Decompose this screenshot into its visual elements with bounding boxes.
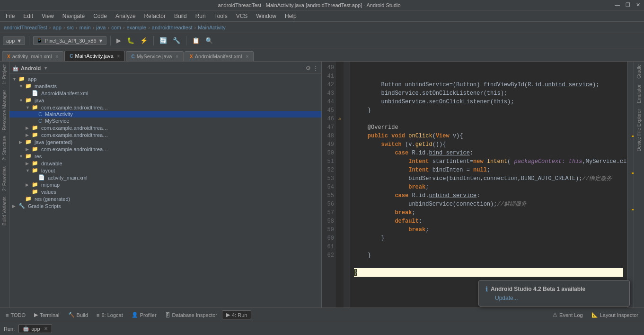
tree-dropdown-icon[interactable]: ▼: [44, 66, 48, 71]
bottom-tab-logcat[interactable]: ≡6: Logcat: [93, 311, 127, 319]
tree-item-7[interactable]: ▶📁com.example.androidthrea…: [9, 124, 321, 131]
tree-item-13[interactable]: ▼📁layout: [9, 167, 321, 174]
breadcrumb-item-0[interactable]: androidThreadTest: [4, 25, 47, 30]
menu-item-window[interactable]: Window: [252, 12, 280, 20]
menu-item-code[interactable]: Code: [89, 12, 111, 20]
menu-item-file[interactable]: File: [2, 12, 18, 20]
sidebar-item-structure[interactable]: 2: Structure: [1, 133, 8, 163]
tree-item-14[interactable]: 📄activity_main.xml: [9, 174, 321, 181]
run-btn[interactable]: ▶: [115, 36, 123, 45]
tree-item-10[interactable]: ▶📁com.example.androidthrea…: [9, 145, 321, 153]
breadcrumb-item-5[interactable]: com: [111, 25, 121, 30]
tree-item-5[interactable]: CMainActivity: [9, 111, 321, 118]
scrollbar-mark-3: [632, 209, 634, 210]
tab-close-3[interactable]: ×: [246, 54, 248, 59]
bottom-tab-event-log[interactable]: ⚠Event Log: [549, 311, 587, 319]
bottom-tab-run[interactable]: ▶4: Run: [222, 310, 251, 319]
gradle-btn[interactable]: 🔧: [171, 36, 182, 45]
editor-tab-1[interactable]: CMainActivity.java×: [64, 51, 125, 61]
project-tree-header: 🤖 Android ▼ ⚙ ⋮: [9, 63, 321, 73]
tree-icon-17: 📁: [25, 196, 32, 202]
menu-item-vcs[interactable]: VCS: [232, 12, 252, 20]
menu-item-refactor[interactable]: Refactor: [141, 12, 169, 20]
minimize-btn[interactable]: —: [615, 2, 620, 8]
sidebar-item-gradle[interactable]: Gradle: [635, 62, 643, 81]
menu-item-navigate[interactable]: Navigate: [59, 12, 88, 20]
sidebar-item-device-file[interactable]: Device File Explorer: [635, 106, 643, 154]
sidebar-item-favorites[interactable]: 2: Favorites: [1, 163, 8, 194]
tree-item-3[interactable]: ▼📁java: [9, 97, 321, 104]
tree-item-6[interactable]: CMyService: [9, 118, 321, 124]
tree-item-8[interactable]: ▶📁com.example.androidthrea…: [9, 131, 321, 138]
breadcrumb-sep-1: ›: [63, 25, 65, 30]
menu-item-build[interactable]: Build: [170, 12, 191, 20]
tab-close-1[interactable]: ×: [117, 54, 120, 59]
bottom-tab-terminal[interactable]: ▶Terminal: [30, 311, 63, 319]
breadcrumb-item-1[interactable]: app: [53, 25, 61, 30]
breadcrumb-item-7[interactable]: androidthreadtest: [152, 25, 193, 30]
code-content[interactable]: Button unbindService=(Button) findViewBy…: [350, 62, 627, 308]
breadcrumb-item-4[interactable]: java: [96, 25, 106, 30]
menu-item-edit[interactable]: Edit: [19, 12, 37, 20]
tree-item-0[interactable]: ▼📁app: [9, 75, 321, 82]
editor-tab-0[interactable]: Xactivity_main.xml×: [2, 51, 63, 61]
notification-update-link[interactable]: Update...: [495, 295, 623, 301]
app-selector[interactable]: app ▼: [3, 36, 25, 45]
app-run-icon: 🤖: [23, 326, 29, 332]
tree-item-2[interactable]: 📄AndroidManifest.xml: [9, 90, 321, 97]
tree-item-4[interactable]: ▼📁com.example.androidthrea…: [9, 104, 321, 111]
tree-settings-icon[interactable]: ⚙: [306, 65, 311, 72]
breadcrumb-item-3[interactable]: main: [79, 25, 91, 30]
bottom-tab-todo[interactable]: ≡TODO: [2, 311, 29, 319]
structure-btn[interactable]: 📋: [190, 36, 202, 45]
breadcrumb-item-6[interactable]: example: [127, 25, 147, 30]
editor-tab-2[interactable]: CMyService.java×: [126, 51, 184, 61]
app-selector-label: app: [6, 38, 15, 44]
apply-changes-btn[interactable]: ⚡: [138, 36, 150, 45]
tree-item-16[interactable]: 📁values: [9, 188, 321, 195]
app-run-close[interactable]: ✕: [44, 326, 48, 331]
bottom-tab-build[interactable]: 🔨Build: [64, 311, 92, 319]
tab-close-2[interactable]: ×: [176, 54, 178, 59]
menu-item-view[interactable]: View: [38, 12, 58, 20]
line-num-45: 45: [324, 106, 334, 115]
sidebar-item-resource[interactable]: Resource Manager: [1, 87, 8, 133]
sync-btn[interactable]: 🔄: [158, 36, 169, 45]
close-btn[interactable]: ✕: [636, 2, 640, 8]
bottom-tab-profiler[interactable]: 👤Profiler: [128, 311, 160, 319]
debug-btn[interactable]: 🐛: [125, 36, 136, 45]
sidebar-item-emulator[interactable]: Emulator: [635, 81, 643, 106]
bottom-tab-label-layout-inspector: Layout Inspector: [600, 312, 638, 318]
editor-tab-3[interactable]: XAndroidManifest.xml×: [185, 51, 254, 61]
sidebar-item-project[interactable]: 1: Project: [1, 62, 8, 87]
run-app-tab[interactable]: 🤖 app ✕: [18, 324, 52, 333]
sidebar-item-buildvariants[interactable]: Build Variants: [1, 194, 8, 228]
editor-scrollbar[interactable]: [627, 62, 634, 308]
tab-close-0[interactable]: ×: [55, 54, 58, 59]
search-btn[interactable]: 🔍: [203, 36, 215, 45]
menu-item-analyze[interactable]: Analyze: [112, 12, 140, 20]
breadcrumb-item-2[interactable]: src: [67, 25, 74, 30]
tree-item-11[interactable]: ▼📁res: [9, 153, 321, 160]
menu-item-run[interactable]: Run: [192, 12, 210, 20]
menu-item-help[interactable]: Help: [281, 12, 300, 20]
tree-more-icon[interactable]: ⋮: [313, 65, 318, 72]
bottom-tab-layout-inspector[interactable]: 📐Layout Inspector: [588, 311, 642, 319]
bottom-tab-database-inspector[interactable]: 🗄Database Inspector: [161, 311, 221, 319]
breadcrumb-item-8[interactable]: MainActivity: [198, 25, 226, 30]
tree-arrow-13: ▼: [26, 168, 30, 173]
tree-item-12[interactable]: ▶📁drawable: [9, 160, 321, 167]
bottom-tabs-bar: ≡TODO▶Terminal🔨Build≡6: Logcat👤Profiler🗄…: [0, 308, 644, 322]
maximize-btn[interactable]: ❐: [626, 2, 630, 8]
tree-item-1[interactable]: ▼📁manifests: [9, 82, 321, 90]
tree-item-18[interactable]: ▶🔧Gradle Scripts: [9, 202, 321, 209]
device-selector[interactable]: 📱 Pixel_3a_API_30_x86 ▼: [33, 36, 106, 45]
tree-icon-18: 🔧: [18, 203, 25, 209]
tree-item-9[interactable]: ▶📁java (generated): [9, 138, 321, 145]
tree-item-17[interactable]: 📁res (generated): [9, 195, 321, 202]
menu-item-tools[interactable]: Tools: [211, 12, 231, 20]
bottom-tab-label-build: Build: [77, 312, 88, 318]
bottom-tab-label-event-log: Event Log: [559, 312, 583, 318]
gutter-icon-2: [336, 81, 344, 89]
tree-item-15[interactable]: ▶📁mipmap: [9, 181, 321, 188]
